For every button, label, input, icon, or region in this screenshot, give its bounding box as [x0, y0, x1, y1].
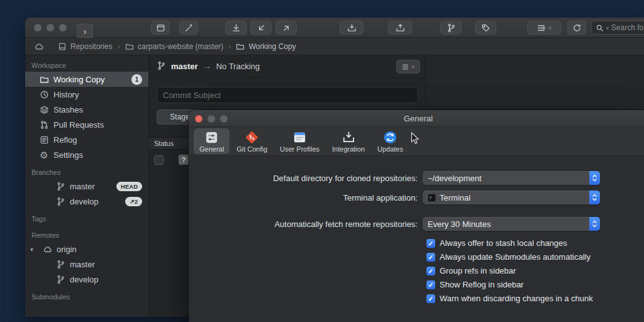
current-branch-label: master	[171, 62, 198, 71]
checkbox-checked[interactable]: ✓	[426, 294, 435, 303]
checkbox-label: Warn when discarding changes in a chunk	[440, 294, 593, 303]
sidebar-item-remote-origin[interactable]: ▾ origin	[25, 242, 148, 257]
popup-stepper-icon	[589, 217, 600, 231]
sidebar-item-label: Settings	[53, 150, 83, 160]
chevron-down-icon: ∨	[548, 25, 552, 31]
preferences-general-panel: Default directory for cloned repositorie…	[189, 156, 644, 303]
checkbox-checked[interactable]: ✓	[426, 267, 435, 275]
sidebar-item-pull-requests[interactable]: Pull Requests	[25, 117, 148, 132]
fetch-button[interactable]	[225, 21, 247, 35]
popup-value: Every 30 Minutes	[428, 219, 491, 229]
checkbox-row-stash-local[interactable]: ✓ Always offer to stash local changes	[426, 238, 644, 248]
breadcrumb-label: Working Copy	[248, 42, 296, 51]
checkbox-checked[interactable]: ✓	[426, 239, 435, 248]
checkbox-row-update-submodules[interactable]: ✓ Always update Submodules automatically	[426, 252, 644, 262]
desktop-background: ‹ ›	[0, 0, 644, 322]
checkbox-row-warn-discard[interactable]: ✓ Warn when discarding changes in a chun…	[426, 294, 644, 303]
terminal-icon	[428, 194, 436, 202]
sidebar-item-branch-master[interactable]: master HEAD	[25, 179, 148, 194]
options-checkbox-group: ✓ Always offer to stash local changes ✓ …	[189, 238, 644, 303]
close-button[interactable]	[34, 24, 42, 31]
disclosure-triangle-icon[interactable]: ▾	[30, 246, 38, 253]
sidebar-item-label: develop	[70, 275, 99, 284]
user-profiles-icon	[292, 130, 307, 145]
minimize-button[interactable]	[47, 24, 54, 31]
chevron-down-icon: ∨	[411, 64, 415, 70]
field-label: Automatically fetch remote repositories:	[189, 219, 423, 229]
field-label: Default directory for cloned repositorie…	[189, 174, 423, 183]
sidebar: Workspace Working Copy 1 History Stashes…	[25, 55, 149, 317]
pull-request-icon	[39, 120, 49, 130]
checkbox-label: Group refs in sidebar	[440, 266, 516, 275]
zoom-button[interactable]	[59, 24, 67, 31]
repo-book-icon	[58, 42, 67, 51]
sidebar-section-branches: Branches	[25, 162, 148, 179]
tab-user-profiles[interactable]: User Profiles	[274, 128, 325, 154]
tab-integration[interactable]: Integration	[326, 128, 370, 154]
push-icon	[282, 23, 291, 33]
stash-button[interactable]	[340, 21, 364, 35]
dialog-titlebar: General	[189, 110, 644, 127]
clone-directory-popup[interactable]: ~/development	[423, 171, 600, 185]
repository-icon	[156, 23, 165, 33]
sidebar-item-reflog[interactable]: Reflog	[25, 132, 148, 147]
sidebar-item-remote-develop[interactable]: develop	[25, 272, 148, 287]
pull-button[interactable]	[250, 21, 272, 35]
checkbox-label: Show Reflog in sidebar	[440, 280, 524, 289]
tab-general[interactable]: General	[194, 128, 230, 154]
pull-icon	[257, 23, 266, 33]
sidebar-item-history[interactable]: History	[25, 87, 148, 102]
tab-git-config[interactable]: Git Config	[231, 128, 273, 154]
sidebar-item-label: master	[70, 182, 95, 191]
create-branch-button[interactable]	[440, 21, 462, 35]
checkbox-row-group-refs[interactable]: ✓ Group refs in sidebar	[426, 266, 644, 275]
commit-subject-input[interactable]	[157, 87, 418, 103]
forward-button[interactable]: ›	[77, 24, 93, 38]
refresh-button[interactable]	[567, 21, 586, 35]
fetch-interval-popup[interactable]: Every 30 Minutes	[423, 217, 600, 231]
checkbox-checked[interactable]: ✓	[426, 280, 435, 289]
open-repo-button[interactable]	[151, 21, 170, 35]
sidebar-section-tags: Tags	[25, 209, 148, 225]
view-options-button[interactable]: ∨	[396, 60, 420, 74]
tab-label: Git Config	[236, 145, 267, 153]
checkbox-checked[interactable]: ✓	[426, 253, 435, 262]
checkmark-icon: ✓	[428, 267, 434, 275]
tag-icon	[481, 23, 491, 33]
mouse-cursor	[411, 132, 419, 145]
sidebar-item-branch-develop[interactable]: develop ↗2	[25, 194, 148, 209]
status-column-label: Status	[154, 140, 174, 147]
dialog-title: General	[189, 110, 644, 127]
toolbar-search[interactable]: ∨	[591, 21, 644, 35]
quick-actions-button[interactable]	[179, 21, 198, 35]
tab-updates[interactable]: Updates	[372, 128, 409, 154]
sidebar-item-remote-master[interactable]: master	[25, 257, 148, 272]
sidebar-item-stashes[interactable]: Stashes	[25, 102, 148, 117]
breadcrumb-item-repositories[interactable]: Repositories	[58, 42, 113, 51]
create-tag-button[interactable]	[475, 21, 496, 35]
file-checkbox[interactable]	[154, 155, 164, 165]
tab-label: Integration	[332, 145, 365, 153]
sidebar-item-settings[interactable]: ⚙ Settings	[25, 147, 148, 162]
checkmark-icon: ✓	[428, 295, 434, 303]
checkbox-row-show-reflog[interactable]: ✓ Show Reflog in sidebar	[426, 280, 644, 289]
breadcrumb-label: carparts-website (master)	[138, 42, 223, 51]
popup-stepper-icon	[589, 191, 600, 204]
clock-icon	[39, 90, 49, 99]
unstash-button[interactable]	[388, 21, 412, 35]
untracked-status-badge: ?	[179, 155, 189, 165]
sidebar-item-label: develop	[70, 197, 99, 206]
list-icon	[401, 63, 409, 71]
sidebar-item-label: Stashes	[53, 105, 83, 114]
checkmark-icon: ✓	[428, 253, 434, 261]
breadcrumb-item-repo[interactable]: carparts-website (master)	[125, 42, 223, 51]
terminal-app-popup[interactable]: Terminal	[423, 191, 600, 204]
search-icon	[596, 24, 604, 32]
wand-icon	[184, 23, 194, 33]
git-flow-button[interactable]: ∨	[527, 21, 561, 35]
search-input[interactable]	[611, 23, 644, 32]
sidebar-item-label: Pull Requests	[53, 120, 104, 130]
push-button[interactable]	[275, 21, 297, 35]
breadcrumb-item-working-copy[interactable]: Working Copy	[236, 42, 296, 51]
sidebar-item-working-copy[interactable]: Working Copy 1	[25, 72, 148, 87]
